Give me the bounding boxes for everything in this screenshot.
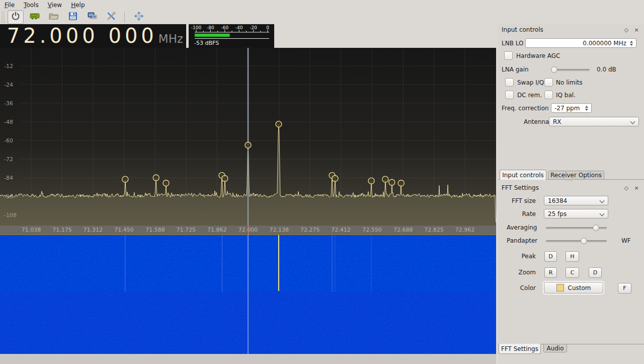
color-custom-button[interactable]: Custom (544, 282, 603, 294)
chevron-down-icon (600, 198, 605, 203)
tab-fft-settings[interactable]: FFT Settings (499, 344, 541, 354)
open-file-icon (48, 11, 59, 23)
no-limits-checkbox[interactable] (544, 78, 553, 87)
tuning-line[interactable] (248, 226, 249, 235)
device-config-icon (29, 11, 40, 23)
float-dock-icon[interactable]: ◇ (623, 184, 630, 191)
start-dsp-button[interactable] (8, 10, 24, 24)
svg-text:-20: -20 (250, 25, 257, 30)
zoom-center-button[interactable]: C (566, 267, 579, 278)
freq-correction-spinbox[interactable]: -27 ppm (551, 103, 592, 113)
fft-size-label: FFT size (501, 197, 536, 204)
signal-strength-meter: -100-80-60-40-200-53 dBFS (189, 24, 274, 48)
spinner-arrows-icon[interactable] (584, 104, 590, 112)
pandapter-label: Pandapter (507, 237, 537, 244)
svg-text:-36: -36 (4, 100, 13, 107)
rate-dropdown[interactable]: 25 fps (544, 209, 608, 219)
menu-bar: File Tools View Help (0, 0, 644, 10)
waterfall-display[interactable] (0, 235, 496, 354)
svg-text:-60: -60 (4, 137, 13, 144)
antenna-dropdown[interactable]: RX (549, 117, 639, 126)
dc-rem-label: DC rem. (517, 92, 542, 99)
hardware-agc-label: Hardware AGC (516, 52, 560, 59)
save-button[interactable] (65, 10, 81, 24)
peak-detect-button[interactable]: D (544, 251, 557, 262)
freq-tick-label: 71.312 (78, 227, 108, 233)
svg-text:-80: -80 (207, 25, 214, 30)
frequency-axis[interactable]: 71.03871.17571.31271.45071.58871.72571.8… (0, 226, 496, 235)
freq-tick-label: 72.688 (388, 227, 418, 233)
freq-tick-label: 71.450 (109, 227, 139, 233)
lnb-lo-spinbox[interactable]: 0.000000 MHz (525, 38, 636, 48)
freq-tick-label: 71.862 (202, 227, 232, 233)
pandapter-wf-slider[interactable] (546, 238, 607, 244)
toolbar-separator (124, 12, 125, 23)
svg-text:-100: -100 (191, 25, 202, 30)
color-swatch-icon (556, 284, 564, 292)
chevron-down-icon (630, 119, 635, 124)
freq-tick-label: 72.550 (357, 227, 387, 233)
menu-view[interactable]: View (43, 1, 66, 9)
fill-button[interactable]: F (618, 283, 631, 294)
color-label: Color (501, 284, 536, 292)
iq-bal-label: IQ bal. (556, 92, 576, 99)
svg-text:-53 dBFS: -53 dBFS (194, 40, 219, 46)
float-dock-icon[interactable]: ◇ (623, 26, 630, 33)
svg-text:-60: -60 (221, 25, 228, 30)
swap-iq-checkbox[interactable] (505, 78, 514, 87)
svg-text:-40: -40 (235, 25, 243, 30)
pandapter-plot[interactable]: -12-24-36-48-60-72-84-96-108 (0, 48, 496, 226)
fft-size-dropdown[interactable]: 16384 (544, 196, 608, 205)
freq-tick-label: 71.725 (171, 227, 201, 233)
tab-input-controls[interactable]: Input controls (500, 170, 546, 180)
tab-audio[interactable]: Audio (543, 344, 567, 352)
power-icon (11, 11, 21, 23)
lna-gain-label: LNA gain (502, 66, 529, 73)
freq-tick-label: 72.138 (264, 227, 294, 233)
freq-tick-label: 71.038 (16, 227, 46, 233)
peak-hold-button[interactable]: H (566, 251, 579, 262)
freq-tick-label: 71.588 (140, 227, 170, 233)
zoom-reset-button[interactable]: R (544, 267, 557, 278)
pan-arrows-icon (134, 11, 144, 23)
svg-text:0: 0 (266, 25, 269, 30)
lna-gain-slider[interactable] (552, 66, 590, 73)
dc-rem-checkbox[interactable] (505, 91, 514, 99)
chevron-down-icon (600, 211, 605, 216)
svg-text:-84: -84 (4, 175, 13, 181)
close-dock-icon[interactable]: × (633, 26, 640, 33)
io-devices-button[interactable] (84, 10, 100, 24)
averaging-slider[interactable] (546, 225, 607, 231)
toolbar (0, 10, 644, 24)
freq-tick-label: 72.412 (326, 227, 356, 233)
peak-label: Peak (501, 253, 536, 260)
status-strip (0, 354, 496, 364)
menu-tools[interactable]: Tools (19, 1, 43, 9)
freq-tick-label: 72.275 (295, 227, 325, 233)
svg-text:-72: -72 (4, 156, 13, 163)
freq-tick-label: 71.175 (47, 227, 77, 233)
averaging-label: Averaging (507, 224, 537, 231)
frequency-unit: MHz (158, 32, 183, 45)
iq-bal-checkbox[interactable] (544, 91, 553, 99)
menu-help[interactable]: Help (66, 1, 89, 9)
tab-receiver-options[interactable]: Receiver Options (548, 171, 604, 180)
menu-file[interactable]: File (0, 1, 19, 9)
hardware-agc-checkbox[interactable] (504, 51, 513, 60)
spinner-arrows-icon[interactable] (628, 39, 634, 47)
freq-correction-label: Freq. correction (502, 105, 549, 112)
frequency-display[interactable]: 72.000 000 MHz (0, 24, 186, 48)
open-file-button[interactable] (46, 10, 62, 24)
zoom-demod-button[interactable]: D (589, 267, 602, 278)
io-devices-icon (87, 11, 98, 23)
configure-io-button[interactable] (27, 10, 43, 24)
tools-button[interactable] (103, 10, 119, 24)
svg-text:-108: -108 (4, 212, 17, 219)
freq-tick-label: 72.825 (419, 227, 449, 233)
pan-button[interactable] (131, 10, 147, 24)
svg-text:-96: -96 (4, 193, 13, 200)
frequency-digits[interactable]: 72.000 000 (7, 24, 157, 48)
close-dock-icon[interactable]: × (633, 184, 640, 191)
toolbar-drag-handle[interactable] (1, 11, 5, 23)
tools-icon (106, 11, 116, 23)
